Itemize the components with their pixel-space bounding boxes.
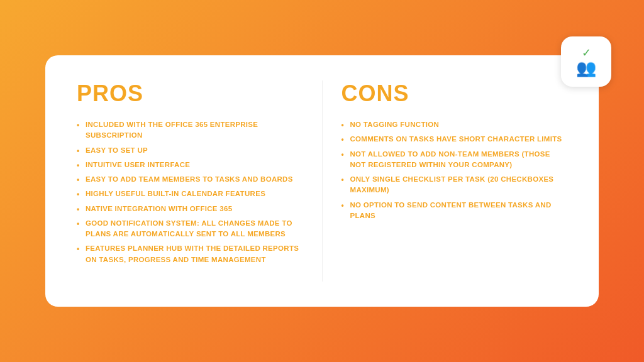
list-item: ONLY SINGLE CHECKLIST PER TASK (20 CHECK… (341, 174, 568, 196)
pros-list: INCLUDED WITH THE OFFICE 365 ENTERPRISE … (77, 119, 303, 265)
cons-column: CONS NO TAGGING FUNCTIONCOMMENTS ON TASK… (322, 80, 568, 282)
list-item: HIGHLY USEFUL BUILT-IN CALENDAR FEATURES (77, 189, 303, 199)
list-item: EASY TO SET UP (77, 145, 303, 156)
list-item: INTUITIVE USER INTERFACE (77, 160, 303, 170)
list-item: FEATURES PLANNER HUB WITH THE DETAILED R… (77, 243, 303, 265)
list-item: GOOD NOTIFICATION SYSTEM: ALL CHANGES MA… (77, 218, 303, 240)
pros-column: PROS INCLUDED WITH THE OFFICE 365 ENTERP… (77, 80, 322, 282)
list-item: COMMENTS ON TASKS HAVE SHORT CHARACTER L… (341, 134, 568, 145)
list-item: NOT ALLOWED TO ADD NON-TEAM MEMBERS (THO… (341, 149, 568, 171)
pros-cons-card: ✓ 👥 PROS INCLUDED WITH THE OFFICE 365 EN… (45, 55, 599, 307)
icon-badge: ✓ 👥 (561, 36, 611, 87)
list-item: NO TAGGING FUNCTION (341, 119, 568, 130)
people-icon: 👥 (576, 60, 596, 76)
cons-list: NO TAGGING FUNCTIONCOMMENTS ON TASKS HAV… (341, 119, 568, 221)
list-item: INCLUDED WITH THE OFFICE 365 ENTERPRISE … (77, 119, 303, 141)
cons-title: CONS (341, 80, 568, 107)
list-item: EASY TO ADD TEAM MEMBERS TO TASKS AND BO… (77, 174, 303, 185)
check-icon: ✓ (582, 47, 591, 58)
list-item: NATIVE INTEGRATION WITH OFFICE 365 (77, 204, 303, 214)
list-item: NO OPTION TO SEND CONTENT BETWEEN TASKS … (341, 200, 568, 222)
pros-title: PROS (77, 80, 303, 107)
